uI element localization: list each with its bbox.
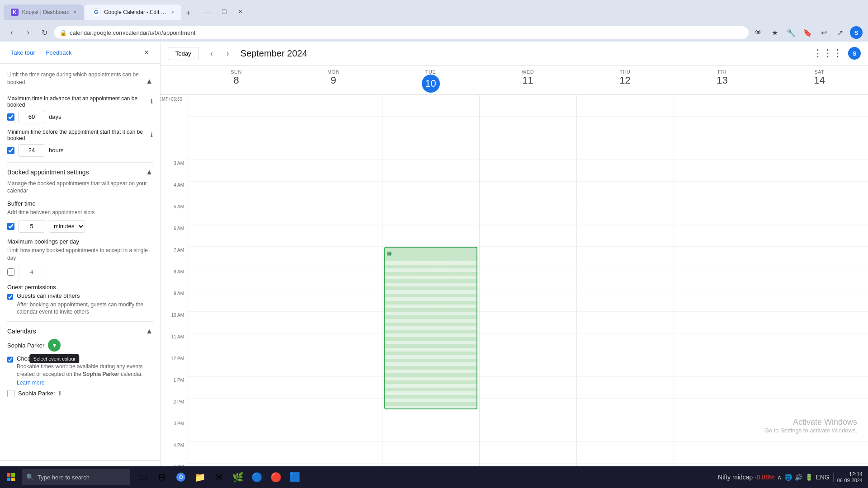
day-headers: SUN 8 MON 9 TUE 10 WED 11 THU 12 — [160, 66, 868, 95]
booked-settings-collapse-btn[interactable]: ▲ — [146, 168, 153, 176]
taskbar-app-8[interactable]: 🟦 — [286, 468, 304, 486]
sound-icon[interactable]: 🔊 — [795, 474, 802, 481]
event-stripes — [385, 258, 476, 409]
browser-controls: ‹ › ↻ 🔒 calendar.google.com/calendar/u/0… — [0, 23, 868, 42]
profile-avatar[interactable]: S — [850, 26, 863, 39]
tab-kopyst-title: Kopyst | Dashboard — [22, 9, 70, 15]
max-bookings-input[interactable] — [18, 266, 45, 278]
tab-gcal-close[interactable]: × — [171, 9, 174, 15]
new-tab-button[interactable]: + — [182, 7, 194, 20]
start-btn[interactable] — [2, 468, 20, 486]
panel-top-buttons: Take tour Feedback × — [0, 42, 160, 64]
app8-icon: 🟦 — [289, 472, 301, 483]
min-before-input[interactable] — [18, 144, 45, 157]
network-icon[interactable]: 🌐 — [784, 474, 792, 481]
maximize-btn[interactable]: □ — [218, 5, 231, 18]
buffer-time-input[interactable] — [18, 220, 45, 233]
battery-icon[interactable]: 🔋 — [805, 474, 813, 481]
ext-btn2[interactable]: 🔖 — [801, 26, 814, 39]
tab-kopyst-close[interactable]: × — [73, 9, 76, 15]
address-text: calendar.google.com/calendar/u/0/r/appoi… — [70, 29, 195, 36]
day-name-thu: THU — [576, 69, 674, 75]
guest-permissions-title: Guest permissions — [7, 284, 153, 291]
google-apps-btn[interactable]: ⋮⋮⋮ — [813, 47, 843, 59]
max-bookings-checkbox[interactable] — [7, 268, 14, 276]
taskbar-app-mail[interactable]: ✉ — [210, 468, 228, 486]
taskbar-app-explorer[interactable]: 🗂 — [134, 468, 152, 486]
calendar-nav: ‹ › — [204, 46, 235, 61]
ext-btn1[interactable]: 🔧 — [785, 26, 797, 39]
max-advance-field-row: days — [7, 111, 153, 123]
feedback-btn[interactable]: Feedback — [42, 47, 75, 58]
time-column: GMT+05:30 3 AM 4 AM 5 AM 6 AM 7 AM 8 AM … — [160, 95, 188, 488]
window-close-btn[interactable]: × — [234, 5, 247, 18]
buffer-time-checkbox[interactable] — [7, 223, 14, 230]
taskbar-app-taskview[interactable]: ⊟ — [153, 468, 171, 486]
check-conflicts-desc: Bookable times won't be available during… — [17, 363, 153, 378]
min-before-unit: hours — [49, 147, 64, 154]
max-advance-label-row: Maximum time in advance that an appointm… — [7, 95, 153, 108]
app5-icon: 🌿 — [232, 472, 244, 483]
taskbar-app-chrome[interactable] — [172, 468, 190, 486]
booking-range-collapse-btn[interactable]: ▲ — [146, 77, 153, 85]
panel-close-btn[interactable]: × — [140, 46, 153, 59]
tab-gcal-title: Google Calendar - Edit bookab... — [104, 9, 167, 15]
time-grid: GMT+05:30 3 AM 4 AM 5 AM 6 AM 7 AM 8 AM … — [160, 95, 868, 488]
minimize-btn[interactable]: — — [202, 5, 214, 18]
taskview-icon: ⊟ — [158, 472, 166, 483]
day-name-tue: TUE — [382, 69, 479, 75]
min-before-checkbox[interactable] — [7, 147, 14, 154]
undo-btn[interactable]: ↩ — [817, 26, 830, 39]
svg-rect-1 — [11, 473, 15, 477]
time-display[interactable]: 12:14 06-09-2024 — [837, 471, 863, 483]
forward-btn[interactable]: › — [22, 26, 34, 39]
grid-col-tue: ▦ — [382, 95, 479, 488]
tab-kopyst[interactable]: K Kopyst | Dashboard × — [4, 5, 84, 20]
today-btn[interactable]: Today — [168, 47, 199, 60]
taskbar-app-6[interactable]: 🔵 — [248, 468, 266, 486]
taskbar-right: Nifty midcap -0.88% ∧ 🌐 🔊 🔋 ENG 12:14 06… — [718, 471, 866, 483]
main-layout: Take tour Feedback × Limit the time rang… — [0, 42, 868, 488]
calendars-header: Calendars ▲ — [7, 327, 153, 335]
booked-settings-header: Booked appointment settings ▲ — [7, 168, 153, 176]
taskbar-app-7[interactable]: 🔴 — [267, 468, 285, 486]
event-header: ▦ — [385, 248, 476, 258]
taskbar-app-5[interactable]: 🌿 — [229, 468, 247, 486]
day-name-mon: MON — [285, 69, 382, 75]
eye-btn[interactable]: 👁 — [752, 26, 765, 39]
max-advance-info-icon[interactable]: ℹ — [151, 98, 153, 105]
check-conflicts-checkbox[interactable] — [7, 356, 13, 363]
reload-btn[interactable]: ↻ — [38, 26, 51, 39]
learn-more-link[interactable]: Learn more — [17, 380, 44, 386]
cal-prev-btn[interactable]: ‹ — [204, 46, 219, 61]
cal-next-btn[interactable]: › — [221, 46, 235, 61]
max-advance-unit: days — [49, 113, 61, 120]
app6-icon: 🔵 — [251, 472, 263, 483]
sub-calendar-info-icon[interactable]: ℹ — [59, 390, 61, 397]
caret-icon[interactable]: ∧ — [777, 474, 782, 481]
calendar-profile-avatar[interactable]: S — [848, 47, 861, 60]
calendars-collapse-btn[interactable]: ▲ — [146, 327, 153, 335]
bookmark-btn[interactable]: ★ — [769, 26, 781, 39]
max-advance-input[interactable] — [18, 111, 45, 123]
share-btn[interactable]: ↗ — [834, 26, 846, 39]
appointment-event[interactable]: ▦ — [384, 247, 477, 409]
sub-calendar-checkbox[interactable] — [7, 390, 14, 397]
color-selector-btn[interactable]: ▾ — [48, 339, 61, 352]
calendar-header: Today ‹ › September 2024 ⋮⋮⋮ S — [160, 42, 868, 66]
invite-others-checkbox[interactable] — [7, 293, 13, 300]
min-before-info-icon[interactable]: ℹ — [151, 131, 153, 138]
take-tour-btn[interactable]: Take tour — [7, 47, 38, 58]
tab-gcal[interactable]: G Google Calendar - Edit bookab... × — [85, 5, 181, 20]
max-advance-section: Maximum time in advance that an appointm… — [7, 95, 153, 123]
address-bar[interactable]: 🔒 calendar.google.com/calendar/u/0/r/app… — [54, 26, 749, 39]
buffer-time-unit-select[interactable]: minutes hours — [49, 220, 85, 233]
back-btn[interactable]: ‹ — [5, 26, 18, 39]
max-advance-checkbox[interactable] — [7, 113, 14, 121]
taskbar-app-files[interactable]: 📁 — [191, 468, 209, 486]
day-header-tue: TUE 10 — [382, 66, 479, 94]
taskbar-divider — [833, 473, 834, 482]
taskbar-search[interactable]: 🔍 Type here to search — [22, 469, 130, 485]
day-header-spacer — [160, 66, 188, 94]
day-header-mon: MON 9 — [285, 66, 382, 94]
